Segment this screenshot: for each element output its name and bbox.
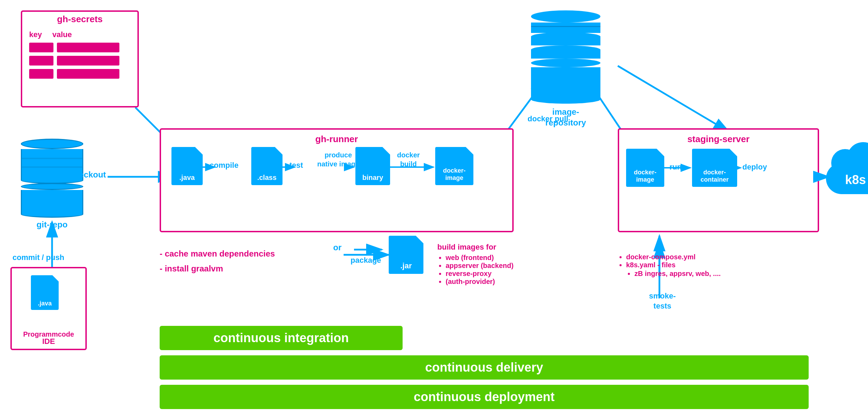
docker-container-icon: docker-container xyxy=(692,149,737,187)
git-repo-label: git-repo xyxy=(36,220,67,229)
ide-java-icon: .java xyxy=(31,275,59,310)
java-file-icon: .java xyxy=(171,147,203,185)
cd-bar: continuous delivery xyxy=(160,355,809,380)
deploy-item-2: zB ingres, appsrv, web, .... xyxy=(634,270,721,278)
docker-build-label: dockerbuild xyxy=(397,150,420,168)
build-item-1: appserver (backend) xyxy=(446,262,514,270)
cd-label: continuous delivery xyxy=(425,360,543,375)
value-label: value xyxy=(52,30,72,39)
k8s-cloud: k8s xyxy=(826,149,868,194)
key-label: key xyxy=(29,30,42,39)
build-item-2: reverse-proxy xyxy=(446,270,514,278)
class-file-icon: .class xyxy=(251,147,283,185)
staging-docker-image-icon: docker-image xyxy=(626,149,664,187)
image-repository: image-repository xyxy=(531,10,600,128)
deploy-item-1: k8s.yaml - files xyxy=(626,261,721,269)
cdeploy-bar: continuous deployment xyxy=(160,385,809,409)
build-item-3: (auth-provider) xyxy=(446,278,514,286)
jar-file-icon: .jar xyxy=(389,236,423,274)
k8s-label: k8s xyxy=(826,173,868,187)
svg-line-13 xyxy=(618,66,729,132)
deploy-label: deploy xyxy=(742,163,767,172)
deploy-config-section: docker-compose.yml k8s.yaml - files zB i… xyxy=(618,253,721,278)
ci-bar: continuous integration xyxy=(160,326,403,350)
ide-label: IDE xyxy=(12,337,85,346)
build-images-section: build images for web (frontend) appserve… xyxy=(437,243,514,286)
gh-secrets-title: gh-secrets xyxy=(22,12,137,27)
build-item-0: web (frontend) xyxy=(446,254,514,262)
package-label: package xyxy=(351,256,381,265)
docker-image-runner-icon: docker-image xyxy=(435,147,473,185)
build-images-header: build images for xyxy=(437,243,514,252)
binary-file-icon: binary xyxy=(355,147,390,185)
docker-pull-label: docker pull xyxy=(528,114,568,123)
or-label: or xyxy=(333,243,342,252)
cache-maven-note: - cache maven dependencies xyxy=(160,249,275,258)
runner-notes: - cache maven dependencies - install gra… xyxy=(160,246,275,276)
produce-native-image-label: producenative image xyxy=(317,150,359,168)
staging-server-title: staging-server xyxy=(619,132,818,147)
checkout-label: checkout xyxy=(69,170,106,180)
compile-label: compile xyxy=(210,161,238,170)
commit-push-label: commit / push xyxy=(12,253,64,262)
smoke-tests-label: smoke-tests xyxy=(649,291,676,311)
test-label: test xyxy=(289,161,303,170)
gh-secrets-box: gh-secrets key value xyxy=(21,10,139,107)
deploy-item-0: docker-compose.yml xyxy=(626,253,721,261)
install-graalvm-note: - install graalvm xyxy=(160,264,223,273)
staging-server-box: staging-server docker-image run docker-c… xyxy=(618,128,819,232)
gh-runner-title: gh-runner xyxy=(161,132,512,147)
ide-box: .java Programmcode IDE xyxy=(10,267,87,350)
run-label: run xyxy=(669,163,682,172)
cdeploy-label: continuous deployment xyxy=(414,390,555,404)
gh-runner-box: gh-runner .java compile .class test prod… xyxy=(160,128,514,232)
ci-label: continuous integration xyxy=(213,331,349,345)
git-repo: git-repo xyxy=(21,139,83,229)
